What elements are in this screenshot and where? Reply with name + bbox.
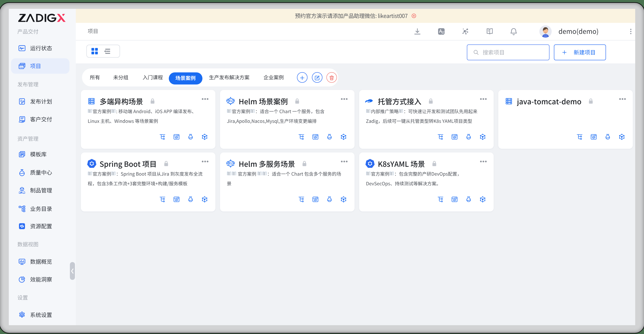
svg-text:PM: PM <box>20 66 23 69</box>
